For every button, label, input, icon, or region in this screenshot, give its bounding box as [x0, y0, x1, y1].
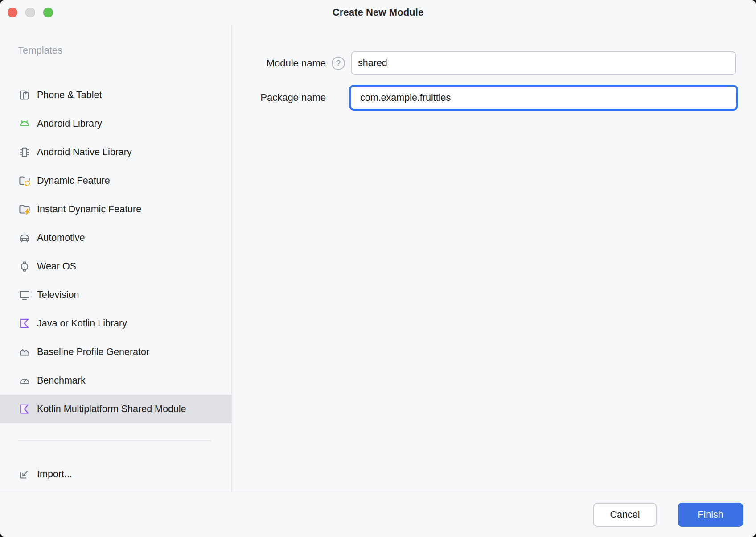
minimize-button[interactable]: [25, 8, 35, 17]
sidebar-item-label: Java or Kotlin Library: [37, 318, 127, 329]
kotlin-icon: [18, 402, 31, 416]
tv-icon: [18, 288, 31, 302]
folder-instant-icon: [18, 202, 31, 216]
cancel-button[interactable]: Cancel: [593, 503, 657, 527]
sidebar-item-label: Automotive: [37, 232, 85, 244]
folder-dynamic-icon: [18, 174, 31, 187]
templates-header: Templates: [18, 44, 231, 57]
titlebar: Create New Module: [0, 0, 756, 25]
package-name-row: Package name: [252, 85, 736, 111]
sidebar-item-label: Phone & Tablet: [37, 90, 102, 101]
sidebar-item-label: Android Library: [37, 118, 102, 129]
sidebar-item-automotive[interactable]: Automotive: [0, 223, 231, 252]
create-new-module-dialog: Create New Module Templates Phone & Tabl…: [0, 0, 756, 537]
kotlin-icon: [18, 317, 31, 330]
sidebar-item-label: Kotlin Multiplatform Shared Module: [37, 404, 186, 415]
sidebar-item-label: Benchmark: [37, 375, 86, 386]
dialog-footer: Cancel Finish: [0, 492, 756, 537]
package-name-input[interactable]: [349, 85, 738, 111]
sidebar-item-television[interactable]: Television: [0, 281, 231, 309]
sidebar-item-dynamic-feature[interactable]: Dynamic Feature: [0, 166, 231, 195]
template-list: Phone & Tablet Android Library Android N…: [0, 81, 231, 423]
module-name-row: Module name ?: [252, 51, 736, 75]
sidebar-item-label: Television: [37, 289, 79, 301]
import-icon: [18, 467, 31, 481]
module-name-label: Module name: [252, 58, 326, 69]
finish-button[interactable]: Finish: [678, 503, 743, 527]
phone-tablet-icon: [18, 88, 31, 102]
chip-icon: [18, 145, 31, 159]
traffic-lights: [8, 8, 53, 17]
module-name-input[interactable]: [351, 51, 736, 75]
help-icon[interactable]: ?: [332, 57, 345, 70]
sidebar-item-kotlin-multiplatform-shared-module[interactable]: Kotlin Multiplatform Shared Module: [0, 395, 231, 423]
sidebar-item-android-native-library[interactable]: Android Native Library: [0, 138, 231, 166]
sidebar-divider: [18, 440, 211, 441]
sidebar-item-label: Android Native Library: [37, 147, 132, 158]
sidebar-item-benchmark[interactable]: Benchmark: [0, 366, 231, 395]
gauge-icon: [18, 374, 31, 387]
templates-sidebar: Templates Phone & Tablet Android Library…: [0, 25, 232, 492]
car-icon: [18, 231, 31, 244]
sidebar-item-label: Import...: [37, 469, 72, 480]
sidebar-item-wear-os[interactable]: Wear OS: [0, 252, 231, 281]
package-name-label: Package name: [252, 92, 326, 103]
dialog-title: Create New Module: [333, 7, 424, 18]
sidebar-item-label: Dynamic Feature: [37, 175, 110, 186]
zoom-button[interactable]: [43, 8, 53, 17]
module-form: Module name ? Package name: [232, 25, 756, 492]
chart-icon: [18, 345, 31, 359]
dialog-content: Templates Phone & Tablet Android Library…: [0, 25, 756, 492]
close-button[interactable]: [8, 8, 17, 17]
sidebar-item-import[interactable]: Import...: [0, 460, 231, 488]
sidebar-item-phone-tablet[interactable]: Phone & Tablet: [0, 81, 231, 109]
sidebar-item-android-library[interactable]: Android Library: [0, 109, 231, 138]
android-icon: [18, 117, 31, 130]
sidebar-item-label: Wear OS: [37, 261, 76, 272]
sidebar-item-label: Baseline Profile Generator: [37, 347, 149, 358]
watch-icon: [18, 260, 31, 273]
sidebar-item-instant-dynamic-feature[interactable]: Instant Dynamic Feature: [0, 195, 231, 223]
sidebar-item-label: Instant Dynamic Feature: [37, 204, 141, 215]
sidebar-item-java-or-kotlin-library[interactable]: Java or Kotlin Library: [0, 309, 231, 338]
sidebar-item-baseline-profile-generator[interactable]: Baseline Profile Generator: [0, 338, 231, 366]
